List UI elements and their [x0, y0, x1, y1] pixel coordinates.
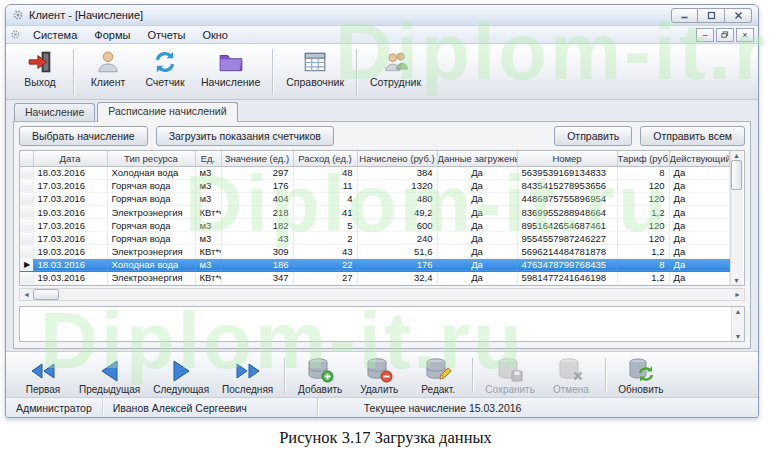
cell: 51,6	[357, 245, 437, 258]
tool-label: Счетчик	[145, 76, 184, 88]
figure-caption: Рисунок 3.17 Загрузка данных	[0, 428, 771, 448]
menu-reports[interactable]: Отчеты	[139, 28, 193, 42]
column-header[interactable]: Ед.	[195, 151, 221, 166]
cell: 11	[293, 179, 357, 192]
grid-horizontal-scrollbar[interactable]: ◄ ►	[19, 288, 745, 301]
table-row[interactable]: 17.03.2016Горячая водам3432240Да95545579…	[20, 232, 729, 245]
table-row[interactable]: ▶18.03.2016Холодная водам318622176Да4763…	[20, 258, 729, 271]
cell: 182	[221, 219, 293, 232]
send-all-button[interactable]: Отправить всем	[640, 126, 745, 146]
cell: Да	[669, 258, 729, 271]
next-record-button[interactable]: Следующая	[147, 355, 215, 396]
row-selector	[20, 271, 33, 284]
scrollbar-thumb[interactable]	[731, 160, 742, 190]
minimize-button[interactable]	[671, 8, 698, 23]
scroll-right-icon[interactable]: ►	[731, 291, 744, 298]
edit-record-button[interactable]: Редакт.	[409, 355, 467, 396]
column-header[interactable]: Значение (ед.)	[221, 151, 293, 166]
restore-button[interactable]	[698, 8, 725, 23]
cell: Да	[669, 245, 729, 258]
cell: 8369955288948664	[517, 205, 617, 218]
mdi-restore-button[interactable]	[716, 28, 734, 42]
client-button[interactable]: Клиент	[80, 47, 136, 97]
employee-button[interactable]: Сотрудник	[363, 47, 428, 97]
row-selector	[20, 205, 33, 218]
table-row[interactable]: 19.03.2016ЭлектроэнергияКВт*ч3094351,6Да…	[20, 245, 729, 258]
grid-vertical-scrollbar[interactable]: ▲ ▼	[730, 151, 743, 285]
tool-label: Выход	[24, 76, 55, 88]
column-header[interactable]: Действующий	[669, 151, 729, 166]
column-header[interactable]: Номер	[517, 151, 617, 166]
scroll-left-icon[interactable]: ◄	[20, 291, 33, 298]
table-row[interactable]: 17.03.2016Горячая водам3176111320Да84354…	[20, 179, 729, 192]
nav-label: Первая	[26, 384, 61, 395]
menu-system[interactable]: Система	[25, 28, 85, 42]
scrollbar-thumb[interactable]	[33, 289, 59, 300]
mdi-minimize-button[interactable]: –	[696, 28, 714, 42]
close-button[interactable]	[725, 8, 752, 23]
mdi-close-button[interactable]: ×	[736, 28, 754, 42]
menu-forms[interactable]: Формы	[86, 28, 138, 42]
column-header[interactable]: Данные загружены	[437, 151, 517, 166]
grid-header-row[interactable]: ДатаТип ресурсаЕд.Значение (ед.)Расход (…	[20, 151, 729, 166]
tab-accrual[interactable]: Начисление	[14, 103, 95, 121]
title-bar[interactable]: Клиент - [Начисление]	[6, 5, 758, 26]
row-selector	[20, 166, 33, 179]
database-add-icon	[306, 357, 334, 383]
memo-vertical-scrollbar[interactable]: ▲ ▼	[731, 307, 744, 341]
table-row[interactable]: 19.03.2016ЭлектроэнергияКВт*ч2184149,2Да…	[20, 205, 729, 218]
nav-label: Предыдущая	[79, 384, 140, 395]
previous-record-button[interactable]: Предыдущая	[73, 355, 146, 396]
app-window: Клиент - [Начисление] Система Формы Отче…	[5, 4, 759, 418]
counter-button[interactable]: Счетчик	[137, 47, 193, 97]
toolbar-separator	[356, 49, 358, 95]
database-cancel-icon	[557, 357, 585, 383]
scroll-up-icon[interactable]: ▲	[733, 152, 740, 159]
memo-panel[interactable]: ▲ ▼	[19, 306, 745, 342]
load-readings-button[interactable]: Загрузить показания счетчиков	[156, 126, 334, 146]
cell: Да	[437, 258, 517, 271]
scroll-down-icon[interactable]: ▼	[735, 333, 742, 340]
cell: 120	[617, 232, 669, 245]
table-row[interactable]: 19.03.2016ЭлектроэнергияКВт*ч3472732,4Да…	[20, 271, 729, 284]
cell: Горячая вода	[107, 232, 195, 245]
first-record-button[interactable]: Первая	[14, 355, 72, 396]
select-accrual-button[interactable]: Выбрать начисление	[19, 126, 148, 146]
scroll-down-icon[interactable]: ▼	[733, 277, 740, 284]
exit-button[interactable]: Выход	[12, 47, 68, 97]
refresh-button[interactable]: Обновить	[612, 355, 670, 396]
accrual-button[interactable]: Начисление	[194, 47, 267, 97]
save-record-button[interactable]: Сохранить	[479, 355, 541, 396]
cell: Холодная вода	[107, 166, 195, 179]
restore-icon	[707, 11, 716, 20]
delete-record-button[interactable]: Удалить	[350, 355, 408, 396]
column-header[interactable]: Расход (ед.)	[293, 151, 357, 166]
menu-window[interactable]: Окно	[194, 28, 236, 42]
table-row[interactable]: 17.03.2016Горячая водам31825600Да8951642…	[20, 219, 729, 232]
cancel-record-button[interactable]: Отмена	[542, 355, 600, 396]
cell: 19.03.2016	[33, 205, 107, 218]
table-row[interactable]: 17.03.2016Горячая водам34044480Да4486875…	[20, 192, 729, 205]
cell: Электроэнергия	[107, 205, 195, 218]
add-record-button[interactable]: Добавить	[291, 355, 349, 396]
column-header[interactable]: Начислено (руб.)	[357, 151, 437, 166]
record-navigation-toolbar: Первая Предыдущая Следующая Последняя	[6, 351, 758, 397]
cell: Да	[669, 166, 729, 179]
last-record-button[interactable]: Последняя	[216, 355, 279, 396]
column-header[interactable]: Тариф (руб.)	[617, 151, 669, 166]
scroll-up-icon[interactable]: ▲	[735, 308, 742, 315]
db-label: Добавить	[298, 384, 342, 395]
tab-accrual-schedule[interactable]: Расписание начислений	[97, 102, 237, 122]
send-button[interactable]: Отправить	[554, 126, 632, 146]
cell: КВт*ч	[195, 205, 221, 218]
cell: 49,2	[357, 205, 437, 218]
column-header[interactable]: Тип ресурса	[107, 151, 195, 166]
row-selector	[20, 245, 33, 258]
table-row[interactable]: 18.03.2016Холодная водам329748384Да56395…	[20, 166, 729, 179]
cell: м3	[195, 232, 221, 245]
tab-strip: Начисление Расписание начислений	[6, 100, 758, 121]
cell: 218	[221, 205, 293, 218]
toolbar-separator	[284, 358, 286, 393]
column-header[interactable]: Дата	[33, 151, 107, 166]
reference-button[interactable]: Справочник	[279, 47, 351, 97]
